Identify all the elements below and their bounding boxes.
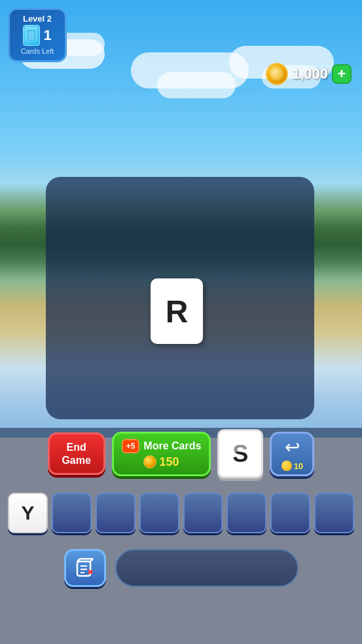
end-game-label-line2: Game <box>62 455 90 466</box>
add-coins-button[interactable]: + <box>332 64 352 84</box>
undo-button[interactable]: ↩ 10 <box>270 432 314 476</box>
more-cards-coin-icon <box>143 455 156 468</box>
cloud-4 <box>157 72 236 98</box>
more-cards-top-row: +5 More Cards <box>122 439 202 453</box>
more-cards-button[interactable]: +5 More Cards 150 <box>112 432 211 476</box>
word-display-area <box>115 549 299 587</box>
undo-icon: ↩ <box>285 436 300 458</box>
card-play-area: R <box>46 177 314 419</box>
s-letter-tile[interactable]: S <box>217 429 263 478</box>
action-buttons-row: End Game +5 More Cards 150 S ↩ 10 <box>0 429 362 478</box>
svg-rect-1 <box>28 31 35 40</box>
letter-tile-0[interactable]: Y <box>8 493 48 533</box>
coin-inner <box>270 67 283 81</box>
plus5-badge: +5 <box>122 439 140 453</box>
clear-icon <box>75 558 96 578</box>
letter-tile-1[interactable] <box>52 493 92 533</box>
coin-amount: 1,000 <box>292 66 328 83</box>
end-game-label-line1: End <box>67 442 86 453</box>
cards-left-label: Cards Left <box>21 47 54 55</box>
clear-button[interactable] <box>64 549 106 587</box>
coin-icon <box>266 63 288 85</box>
level-badge: Level 2 1 Cards Left <box>8 8 67 62</box>
cards-left-count: 1 <box>43 27 51 44</box>
letter-tiles-row: Y <box>0 493 362 533</box>
more-cards-cost-row: 150 <box>143 455 179 469</box>
letter-tile-2[interactable] <box>96 493 136 533</box>
tile-letter-0: Y <box>21 502 34 524</box>
letter-tile-4[interactable] <box>183 493 223 533</box>
level-label: Level 2 <box>23 14 52 24</box>
letter-tile-7[interactable] <box>314 493 354 533</box>
more-cards-cost-amount: 150 <box>159 455 179 469</box>
main-letter: R <box>166 294 189 330</box>
letter-tile-5[interactable] <box>226 493 266 533</box>
more-cards-label: More Cards <box>143 440 201 452</box>
letter-tile-6[interactable] <box>270 493 310 533</box>
card-icon <box>23 25 40 46</box>
undo-cost-row: 10 <box>281 461 303 471</box>
undo-cost-label: 10 <box>294 461 303 471</box>
undo-coin-icon <box>281 461 292 471</box>
coin-display: 1,000 + <box>266 63 352 85</box>
bottom-controls-row <box>0 549 362 587</box>
s-tile-letter: S <box>232 440 248 468</box>
end-game-button[interactable]: End Game <box>48 432 105 474</box>
letter-tile-3[interactable] <box>139 493 179 533</box>
main-letter-card: R <box>151 278 203 344</box>
